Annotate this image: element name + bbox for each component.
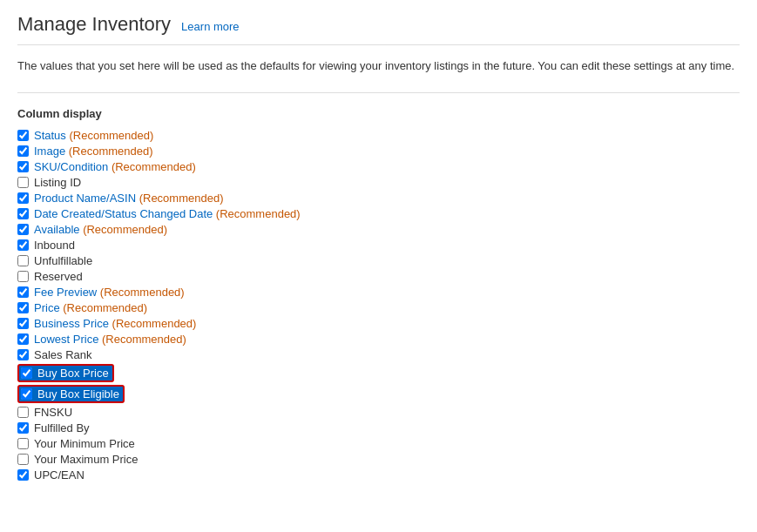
list-item: FNSKU (17, 406, 740, 419)
section-divider (17, 92, 740, 93)
list-item: Status (Recommended) (17, 129, 740, 142)
list-item: Fee Preview (Recommended) (17, 286, 740, 299)
list-item: Listing ID (17, 176, 740, 189)
checkbox-fulfilled_by[interactable] (17, 422, 29, 434)
checkbox-label-sales_rank: Sales Rank (34, 348, 91, 361)
checkbox-business_price[interactable] (17, 318, 29, 329)
list-item: Your Minimum Price (17, 437, 740, 450)
checkbox-label-business_price: Business Price (Recommended) (34, 317, 196, 330)
page-title: Manage Inventory (17, 13, 171, 36)
checkbox-label-your_maximum_price: Your Maximum Price (34, 453, 138, 466)
checkbox-label-your_minimum_price: Your Minimum Price (34, 437, 135, 450)
list-item: UPC/EAN (17, 468, 740, 481)
checkbox-buy_box_price[interactable] (21, 367, 32, 379)
info-text: The values that you set here will be use… (17, 57, 740, 75)
checkbox-your_maximum_price[interactable] (17, 454, 29, 465)
checkbox-label-sku_condition: SKU/Condition (Recommended) (34, 160, 196, 173)
checkbox-label-available: Available (Recommended) (34, 223, 167, 236)
list-item: Product Name/ASIN (Recommended) (17, 192, 740, 205)
list-item: Sales Rank (17, 348, 740, 361)
list-item: Reserved (17, 270, 740, 283)
checkbox-label-product_name: Product Name/ASIN (Recommended) (34, 192, 223, 205)
list-item: Unfulfillable (17, 254, 740, 267)
checkbox-label-fnsku: FNSKU (34, 406, 72, 419)
highlighted-item-wrapper: Buy Box Eligible (17, 385, 125, 403)
list-item: Lowest Price (Recommended) (17, 333, 740, 346)
checkbox-label-fee_preview: Fee Preview (Recommended) (34, 286, 185, 299)
checkbox-fee_preview[interactable] (17, 286, 29, 298)
checkbox-inbound[interactable] (17, 239, 29, 251)
list-item: Inbound (17, 239, 740, 252)
checkbox-label-status: Status (Recommended) (34, 129, 153, 142)
checkbox-label-lowest_price: Lowest Price (Recommended) (34, 333, 186, 346)
checkbox-fnsku[interactable] (17, 407, 29, 418)
list-item: Your Maximum Price (17, 453, 740, 466)
list-item: Price (Recommended) (17, 301, 740, 314)
checkbox-sales_rank[interactable] (17, 349, 29, 360)
checkbox-label-fulfilled_by: Fulfilled By (34, 421, 90, 434)
learn-more-link[interactable]: Learn more (181, 20, 239, 33)
checkbox-status[interactable] (17, 130, 29, 141)
header-divider (17, 44, 740, 45)
checkbox-label-inbound: Inbound (34, 239, 75, 252)
checkbox-label-upc_ean: UPC/EAN (34, 468, 84, 481)
checkbox-lowest_price[interactable] (17, 333, 29, 345)
checkbox-image[interactable] (17, 145, 29, 157)
list-item: Fulfilled By (17, 421, 740, 434)
checkbox-label-buy_box_price: Buy Box Price (37, 367, 109, 380)
list-item: Date Created/Status Changed Date (Recomm… (17, 207, 740, 220)
checkbox-sku_condition[interactable] (17, 161, 29, 172)
checkbox-unfulfillable[interactable] (17, 255, 29, 266)
checkbox-date_created[interactable] (17, 208, 29, 219)
checkbox-listing_id[interactable] (17, 177, 29, 188)
list-item: Buy Box Price (17, 364, 740, 382)
list-item: SKU/Condition (Recommended) (17, 160, 740, 173)
list-item: Available (Recommended) (17, 223, 740, 236)
checkbox-available[interactable] (17, 224, 29, 235)
section-title: Column display (17, 107, 740, 120)
column-display-list: Status (Recommended)Image (Recommended)S… (17, 129, 740, 481)
checkbox-buy_box_eligible[interactable] (21, 388, 32, 400)
list-item: Image (Recommended) (17, 145, 740, 158)
list-item: Buy Box Eligible (17, 385, 740, 403)
checkbox-label-date_created: Date Created/Status Changed Date (Recomm… (34, 207, 301, 220)
list-item: Business Price (Recommended) (17, 317, 740, 330)
checkbox-price[interactable] (17, 302, 29, 313)
highlighted-item-wrapper: Buy Box Price (17, 364, 114, 382)
checkbox-label-price: Price (Recommended) (34, 301, 147, 314)
checkbox-your_minimum_price[interactable] (17, 438, 29, 449)
checkbox-reserved[interactable] (17, 271, 29, 282)
checkbox-label-image: Image (Recommended) (34, 145, 153, 158)
checkbox-label-reserved: Reserved (34, 270, 83, 283)
checkbox-label-listing_id: Listing ID (34, 176, 81, 189)
checkbox-label-buy_box_eligible: Buy Box Eligible (37, 387, 119, 401)
checkbox-label-unfulfillable: Unfulfillable (34, 254, 92, 267)
checkbox-product_name[interactable] (17, 192, 29, 204)
checkbox-upc_ean[interactable] (17, 469, 29, 481)
page-header: Manage Inventory Learn more (17, 13, 740, 36)
